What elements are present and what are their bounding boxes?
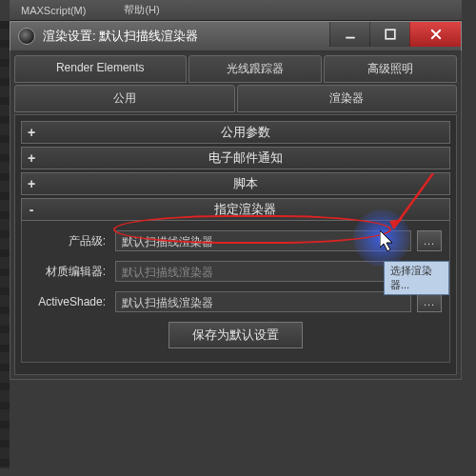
tab-render-elements[interactable]: Render Elements bbox=[14, 55, 187, 83]
menu-bar: MAXScript(M) 帮助(H) bbox=[10, 0, 462, 21]
row-production: 产品级: 默认扫描线渲染器 ... bbox=[30, 230, 442, 251]
input-production-renderer[interactable]: 默认扫描线渲染器 bbox=[115, 230, 411, 251]
tab-common[interactable]: 公用 bbox=[14, 85, 235, 112]
collapse-icon: - bbox=[22, 202, 41, 217]
rollout-title: 电子邮件通知 bbox=[41, 149, 449, 167]
rollout-common-params[interactable]: + 公用参数 bbox=[21, 121, 450, 144]
row-activeshade: ActiveShade: 默认扫描线渲染器 ... bbox=[30, 291, 442, 312]
rollout-title: 公用参数 bbox=[41, 124, 449, 141]
label-production: 产品级: bbox=[30, 233, 115, 249]
label-material-editor: 材质编辑器: bbox=[30, 264, 115, 280]
expand-icon: + bbox=[22, 176, 41, 191]
tabs-row-1: Render Elements 光线跟踪器 高级照明 bbox=[14, 55, 457, 83]
app-icon bbox=[18, 28, 35, 45]
tab-advanced-lighting[interactable]: 高级照明 bbox=[324, 55, 457, 83]
rollout-title: 指定渲染器 bbox=[41, 201, 449, 218]
input-material-editor-renderer: 默认扫描线渲染器 bbox=[115, 261, 411, 282]
maximize-button[interactable] bbox=[369, 22, 409, 47]
menu-help[interactable]: 帮助(H) bbox=[124, 3, 159, 17]
rollout-assign-renderer[interactable]: - 指定渲染器 bbox=[21, 198, 450, 221]
dialog-window: MAXScript(M) 帮助(H) 渲染设置: 默认扫描线渲染器 Render… bbox=[10, 0, 462, 380]
rollout-title: 脚本 bbox=[41, 175, 449, 192]
expand-icon: + bbox=[22, 150, 41, 166]
choose-material-editor-button[interactable]: ... bbox=[417, 261, 442, 282]
window-title: 渲染设置: 默认扫描线渲染器 bbox=[43, 28, 198, 45]
minimize-button[interactable] bbox=[329, 22, 369, 47]
panel-body: + 公用参数 + 电子邮件通知 + 脚本 - 指定渲染器 产品级: 默认扫描线渲… bbox=[14, 114, 457, 375]
assign-renderer-body: 产品级: 默认扫描线渲染器 ... 材质编辑器: 默认扫描线渲染器 ... Ac… bbox=[21, 221, 450, 363]
tab-renderer[interactable]: 渲染器 bbox=[237, 85, 458, 112]
label-activeshade: ActiveShade: bbox=[30, 295, 115, 308]
row-material-editor: 材质编辑器: 默认扫描线渲染器 ... bbox=[30, 261, 442, 282]
title-bar: 渲染设置: 默认扫描线渲染器 bbox=[10, 21, 462, 51]
close-button[interactable] bbox=[409, 22, 461, 47]
left-app-strip bbox=[0, 21, 10, 468]
window-buttons bbox=[329, 22, 461, 47]
svg-marker-5 bbox=[389, 219, 403, 228]
tab-raytracer[interactable]: 光线跟踪器 bbox=[188, 55, 322, 83]
save-default-button[interactable]: 保存为默认设置 bbox=[169, 322, 303, 348]
input-activeshade-renderer[interactable]: 默认扫描线渲染器 bbox=[115, 291, 411, 312]
choose-activeshade-button[interactable]: ... bbox=[417, 291, 442, 312]
save-row: 保存为默认设置 bbox=[30, 322, 442, 348]
rollout-scripts[interactable]: + 脚本 bbox=[21, 172, 450, 195]
client-area: Render Elements 光线跟踪器 高级照明 公用 渲染器 + 公用参数… bbox=[10, 51, 462, 380]
rollout-email[interactable]: + 电子邮件通知 bbox=[21, 147, 450, 169]
menu-maxscript[interactable]: MAXScript(M) bbox=[21, 5, 86, 16]
svg-rect-1 bbox=[386, 30, 395, 39]
tabs-row-2: 公用 渲染器 bbox=[14, 85, 457, 112]
choose-production-button[interactable]: ... bbox=[417, 230, 442, 251]
expand-icon: + bbox=[22, 125, 41, 140]
